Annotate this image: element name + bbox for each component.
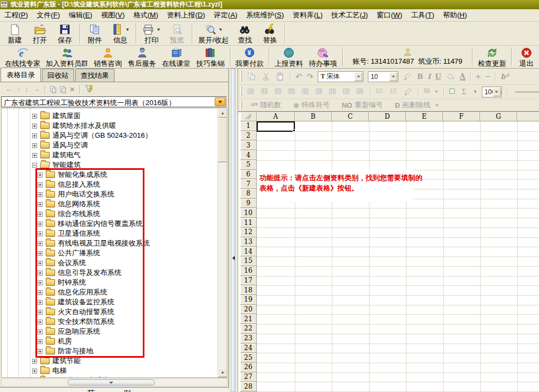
tree-item-9[interactable]: 用户电话交换系统 [2, 189, 114, 199]
menu-item-10[interactable]: 技术工艺(J) [327, 9, 372, 22]
button-group[interactable]: 加入资料员群 [43, 46, 90, 68]
paste-node-icon[interactable] [60, 86, 65, 93]
tree-item-20[interactable]: 建筑设备监控系统 [2, 297, 114, 307]
nav-up-icon[interactable]: ↑ [17, 85, 21, 93]
tree-item-10[interactable]: 信息网络系统 [2, 199, 100, 209]
row-header-8[interactable]: 8 [240, 189, 257, 199]
column-header-D[interactable]: D [369, 112, 406, 121]
dropdown-arrow-icon[interactable]: ▼ [125, 26, 130, 34]
menu-item-3[interactable]: 编辑(E) [64, 9, 96, 22]
expand-plus-icon[interactable] [38, 329, 43, 334]
row-header-10[interactable]: 10 [240, 208, 257, 218]
expand-plus-icon[interactable] [38, 300, 43, 305]
button-update[interactable]: 检查更新 [475, 46, 509, 68]
button-info[interactable]: ▼ 信息 [107, 22, 134, 45]
expand-plus-icon[interactable] [38, 310, 43, 315]
delete-node-icon[interactable]: × [70, 84, 75, 94]
expand-plus-icon[interactable] [38, 192, 43, 197]
combo-dropdown-button[interactable] [215, 97, 225, 106]
button-new-file[interactable]: 新建 [2, 22, 27, 45]
spreadsheet[interactable]: ABCDEFG123456789101112131415161718192021… [238, 112, 539, 392]
selected-cell-A1[interactable] [257, 121, 295, 132]
menu-item-5[interactable]: 格式(M) [129, 9, 163, 22]
expand-plus-icon[interactable] [38, 202, 43, 207]
expand-plus-icon[interactable] [38, 222, 43, 226]
tree-item-23[interactable]: 应急响应系统 [2, 327, 100, 336]
tree-item-13[interactable]: 卫星通信系统 [2, 229, 100, 238]
expand-plus-icon[interactable] [38, 271, 43, 275]
button-print[interactable]: ▼ 打印 [138, 22, 165, 45]
row-header-16[interactable]: 16 [240, 266, 257, 276]
column-header-G[interactable]: G [480, 112, 517, 121]
button-upload[interactable]: 上报资料 [271, 46, 306, 68]
tree-item-12[interactable]: 移动通信室内信号覆盖系统 [2, 219, 143, 229]
scroll-up-button[interactable]: ▲ [218, 108, 227, 118]
scroll-down-button[interactable]: ▼ [218, 368, 227, 377]
column-header-B[interactable]: B [295, 112, 332, 121]
tree-item-28[interactable]: 自动喷水灭火系统 [2, 376, 109, 378]
expand-plus-icon[interactable] [38, 241, 43, 246]
tree-item-15[interactable]: 公共广播系统 [2, 248, 100, 258]
tree-item-19[interactable]: 信息化应用系统 [2, 287, 107, 297]
button-save[interactable]: 保存 [52, 22, 77, 45]
tab-form-catalog[interactable]: 表格目录 [1, 68, 41, 82]
row-header-5[interactable]: 5 [240, 160, 257, 170]
expand-plus-icon[interactable] [32, 133, 37, 138]
menu-item-9[interactable]: 资料库(L) [288, 9, 327, 22]
expand-plus-icon[interactable] [32, 143, 37, 148]
row-header-6[interactable]: 6 [240, 170, 257, 180]
button-expand-collapse[interactable]: ▼ 展开/收起 [195, 22, 233, 45]
button-attachment[interactable]: 附件 [82, 22, 107, 45]
expand-plus-icon[interactable] [32, 369, 37, 373]
column-header-F[interactable]: F [443, 112, 480, 121]
row-header-15[interactable]: 15 [240, 256, 257, 266]
dropdown-arrow-icon[interactable] [354, 72, 362, 81]
row-header-19[interactable]: 19 [240, 295, 257, 305]
scrollbar-thumb[interactable] [218, 118, 227, 162]
splitter-bar[interactable] [231, 69, 235, 392]
button-service-person[interactable]: 售后服务 [125, 46, 159, 68]
expand-plus-icon[interactable] [38, 339, 43, 344]
tree-item-5[interactable]: 建筑电气 [2, 150, 81, 160]
menu-item-12[interactable]: 工具(T) [407, 9, 439, 22]
row-header-17[interactable]: 17 [240, 276, 257, 286]
expand-plus-icon[interactable] [38, 251, 43, 256]
row-header-3[interactable]: 3 [240, 140, 257, 150]
tree-item-25[interactable]: 防雷与接地 [2, 346, 93, 356]
row-header-7[interactable]: 7 [240, 179, 257, 189]
button-find[interactable]: 查找 [232, 22, 257, 45]
expand-plus-icon[interactable] [38, 261, 43, 266]
button-sales-person[interactable]: 销售咨询 [90, 46, 125, 68]
tree-item-16[interactable]: 会议系统 [2, 258, 86, 268]
panel-splitter[interactable] [229, 69, 238, 392]
row-header-13[interactable]: 13 [240, 237, 257, 247]
row-header-12[interactable]: 12 [240, 228, 257, 237]
column-header-C[interactable]: C [332, 112, 369, 121]
tree-horizontal-scrollbar[interactable] [1, 378, 227, 387]
expand-plus-icon[interactable] [32, 153, 37, 158]
tree-item-2[interactable]: 建筑给水排水及供暖 [2, 121, 116, 131]
tree-item-8[interactable]: 信息接入系统 [2, 180, 100, 189]
expand-plus-icon[interactable] [32, 114, 37, 119]
tab-search-results[interactable]: 查找结果 [75, 69, 114, 82]
select-all-corner[interactable] [240, 112, 257, 121]
tree-item-27[interactable]: 电梯 [2, 366, 66, 376]
copy-node-icon[interactable] [50, 86, 56, 93]
nav-left-icon[interactable]: ← [5, 85, 13, 93]
menu-item-8[interactable]: 系统维护(S) [242, 9, 288, 22]
row-header-24[interactable]: 24 [240, 344, 257, 353]
row-header-23[interactable]: 23 [240, 334, 257, 344]
dropdown-arrow-icon[interactable]: ▼ [156, 26, 161, 34]
row-header-18[interactable]: 18 [240, 285, 257, 295]
collapse-minus-icon[interactable] [32, 163, 37, 168]
tree-item-4[interactable]: 通风与空调 [2, 140, 88, 150]
row-header-14[interactable]: 14 [240, 247, 257, 256]
row-header-27[interactable]: 27 [240, 372, 257, 382]
row-header-21[interactable]: 21 [240, 314, 257, 324]
tab-recycle-bin[interactable]: 回收站 [42, 69, 74, 82]
tree-item-17[interactable]: 信息引导及发布系统 [2, 268, 122, 278]
tree-item-18[interactable]: 时钟系统 [2, 278, 86, 287]
font-name-combobox[interactable]: T宋体 [318, 71, 364, 82]
scrollbar-thumb[interactable] [68, 379, 155, 385]
expand-plus-icon[interactable] [38, 212, 43, 217]
